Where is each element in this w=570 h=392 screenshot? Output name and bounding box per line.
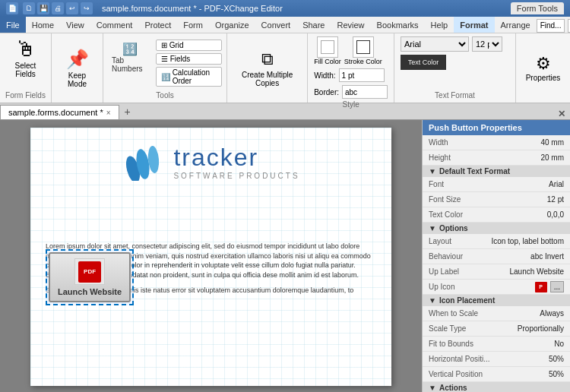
keep-mode-icon: 📌 [66, 49, 89, 70]
scale-type-row: Scale Type Proportionally [423, 321, 570, 337]
font-value: Arial [549, 180, 564, 188]
panel-close: ✕ [558, 109, 570, 119]
default-text-section[interactable]: ▼ Default Text Format [423, 166, 570, 177]
create-copies-button[interactable]: ⧉ Create Multiple Copies [233, 47, 301, 90]
menu-review[interactable]: Review [331, 17, 370, 33]
keep-mode-section: 📌 Keep Mode [52, 33, 103, 103]
width-label: Width [429, 138, 448, 147]
doc-tab-close-btn[interactable]: × [106, 109, 111, 117]
doc-tabs: sample.forms.document * × + ✕ [0, 103, 570, 120]
menu-protect[interactable]: Protect [138, 17, 177, 33]
keep-mode-button[interactable]: 📌 Keep Mode [56, 46, 98, 90]
width-input[interactable] [339, 68, 385, 82]
undo-icon[interactable]: ↩ [66, 2, 78, 14]
menu-form[interactable]: Form [177, 17, 209, 33]
icon-placement-section[interactable]: ▼ Icon Placement [423, 295, 570, 306]
size-select[interactable]: 12 pt [472, 36, 502, 52]
behaviour-label: Behaviour [429, 252, 463, 261]
layout-row: Layout Icon top, label bottom [423, 234, 570, 249]
grid-icon: ⊞ [161, 41, 167, 49]
grid-fields-group: ⊞ Grid ☰ Fields 🔢 Calculation Order [156, 40, 222, 87]
text-format-section: Arial 12 pt Text Color Text Format [394, 33, 516, 103]
menu-bar: File Home View Comment Protect Form Orga… [0, 17, 570, 33]
tracker-logo: tracker SOFTWARE PRODUCTS [122, 143, 299, 181]
border-input[interactable] [342, 85, 388, 99]
when-scale-row: When to Scale Always [423, 306, 570, 321]
menu-format[interactable]: Format [454, 17, 494, 33]
push-button-container: PDF Launch Website [46, 249, 134, 305]
window-title: sample.forms.document * - PDF-XChange Ed… [102, 4, 283, 13]
button-label: Launch Website [58, 287, 122, 296]
behaviour-value: abc Invert [530, 252, 564, 261]
form-tools-tab[interactable]: Form Tools [511, 2, 564, 14]
actions-section[interactable]: ▼ Actions [423, 382, 570, 392]
up-icon-row: Up Icon P ... [423, 280, 570, 295]
menu-home[interactable]: Home [26, 17, 60, 33]
text-format-label: Text Format [401, 91, 509, 100]
menu-arrange[interactable]: Arrange [495, 17, 537, 33]
menu-file[interactable]: File [0, 17, 26, 33]
text-color-row: Text Color 0,0,0 [423, 207, 570, 223]
width-row: Width: [314, 68, 388, 82]
fill-color-swatch [321, 40, 334, 54]
keep-mode-label: Keep Mode [59, 71, 96, 88]
text-color-label: Text Color [408, 58, 439, 66]
font-size-label: Font Size [429, 195, 461, 204]
fill-color-box [317, 36, 338, 58]
new-icon[interactable]: 🗋 [23, 2, 35, 14]
pdf-canvas[interactable]: tracker SOFTWARE PRODUCTS PDF Launch Web… [0, 120, 422, 392]
options-arrow: ▼ [429, 224, 436, 232]
push-button[interactable]: PDF Launch Website [49, 252, 131, 302]
fill-color-btn[interactable]: Fill Color [314, 36, 341, 65]
up-label-label: Up Label [429, 267, 459, 276]
border-row: Border: [314, 85, 388, 99]
print-icon[interactable]: 🖨 [52, 2, 64, 14]
save-icon[interactable]: 💾 [37, 2, 49, 14]
calc-order-button[interactable]: 🔢 Calculation Order [156, 67, 222, 87]
menu-help[interactable]: Help [425, 17, 454, 33]
new-tab-button[interactable]: + [120, 104, 135, 119]
close-panel-btn[interactable]: ✕ [558, 109, 565, 119]
find-label: Find... [540, 21, 562, 30]
menu-view[interactable]: View [60, 17, 90, 33]
when-scale-value: Always [540, 309, 564, 318]
tab-numbers-button[interactable]: 🔢 Tab Numbers [108, 40, 153, 75]
height-label: Height [429, 153, 451, 162]
tab-numbers-icon: 🔢 [122, 42, 138, 56]
menu-organize[interactable]: Organize [209, 17, 255, 33]
menu-share[interactable]: Share [296, 17, 331, 33]
height-value: 20 mm [540, 153, 564, 162]
width-label: Width: [314, 71, 335, 80]
up-icon-pdf: P [535, 282, 547, 292]
select-fields-button[interactable]: 🖱 Select Fields [5, 36, 46, 81]
panel-header: Push Button Properties [423, 120, 570, 135]
toolbar-icons: 🗋 💾 🖨 ↩ ↪ [23, 2, 93, 14]
doc-tab-active[interactable]: sample.forms.document * × [0, 105, 119, 119]
options-section[interactable]: ▼ Options [423, 223, 570, 234]
collapse-arrow: ▼ [429, 167, 436, 175]
find-bar[interactable]: Find... [537, 19, 565, 33]
scale-type-label: Scale Type [429, 324, 466, 333]
properties-button[interactable]: ⚙ Properties [522, 52, 564, 84]
up-icon-more-btn[interactable]: ... [550, 281, 564, 292]
menu-convert[interactable]: Convert [255, 17, 297, 33]
title-bar-right: Form Tools [511, 2, 564, 14]
stroke-color-label: Stroke Color [344, 58, 382, 65]
stroke-color-btn[interactable]: Stroke Color [344, 36, 382, 65]
fit-bounds-value: No [554, 340, 564, 348]
font-size-row: Font Size 12 pt [423, 192, 570, 207]
fields-button[interactable]: ☰ Fields [156, 53, 222, 65]
menu-bookmarks[interactable]: Bookmarks [371, 17, 425, 33]
properties-label: Properties [526, 74, 561, 82]
style-section: Fill Color Stroke Color Width: Border: S… [308, 33, 394, 103]
menu-comment[interactable]: Comment [90, 17, 139, 33]
tracker-icon [122, 143, 167, 181]
stroke-color-swatch [356, 40, 370, 54]
stroke-color-box [353, 36, 374, 58]
grid-button[interactable]: ⊞ Grid [156, 40, 222, 51]
text-color-btn[interactable]: Text Color [401, 55, 446, 70]
horiz-pos-label: Horizontal Positi... [429, 355, 490, 363]
find-search-area: Find... Search... [537, 17, 570, 33]
font-select[interactable]: Arial [401, 36, 469, 52]
redo-icon[interactable]: ↪ [81, 2, 93, 14]
